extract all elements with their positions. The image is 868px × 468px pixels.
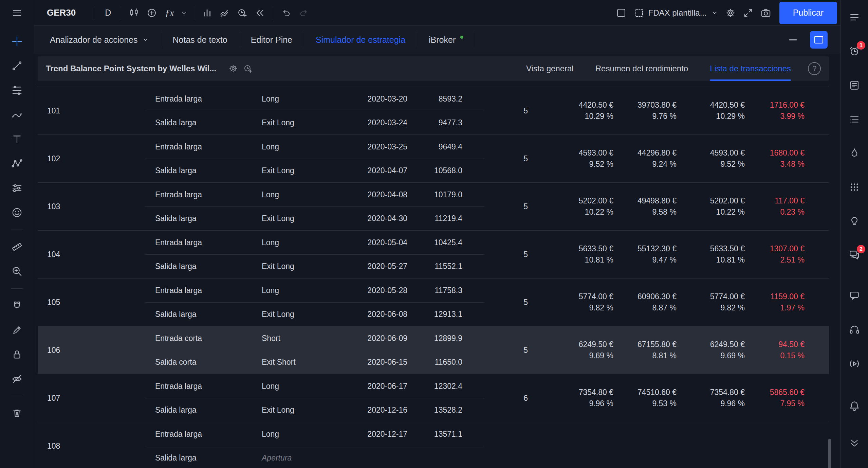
fib-tool-icon[interactable]: [10, 83, 24, 98]
row-divider: [145, 302, 484, 303]
symbol-button[interactable]: GER30: [47, 7, 76, 18]
strategy-alert-icon[interactable]: [241, 61, 256, 76]
trade-entry-date: 2020-03-25: [343, 135, 407, 159]
tab-pine-editor[interactable]: Editor Pine: [239, 26, 304, 54]
row-divider: [145, 206, 484, 207]
tab-label: Editor Pine: [251, 35, 292, 45]
strategy-tabs: Vista general Resumen del rendimiento Li…: [526, 56, 821, 81]
compare-symbols-button[interactable]: [216, 3, 234, 22]
drawing-mode-tool-icon[interactable]: [10, 323, 24, 338]
runup-value: 5202.00 €: [710, 195, 745, 206]
trade-row[interactable]: 101 Entrada larga Long 2020-03-20 8593.2…: [38, 87, 829, 135]
brush-tool-icon[interactable]: [10, 107, 24, 122]
tab-label: Resumen del rendimiento: [595, 64, 688, 73]
drawing-toolbar: [0, 0, 34, 468]
lock-drawings-icon[interactable]: [10, 347, 24, 362]
remove-drawings-icon[interactable]: [10, 406, 24, 421]
chart-type-button[interactable]: [125, 3, 143, 22]
alerts-icon[interactable]: 1: [847, 44, 862, 59]
tab-strategy-tester[interactable]: Simulador de estrategia: [304, 26, 417, 54]
settings-gear-icon[interactable]: [722, 3, 739, 22]
trade-entry-signal: Long: [262, 231, 343, 254]
interval-button[interactable]: D: [99, 3, 117, 22]
scrollbar-thumb[interactable]: [828, 439, 831, 468]
pattern-tool-icon[interactable]: [10, 156, 24, 171]
crosshair-tool-icon[interactable]: [10, 34, 24, 49]
news-icon[interactable]: [847, 78, 862, 93]
text-tool-icon[interactable]: [10, 132, 24, 147]
private-chat-icon[interactable]: 2: [847, 248, 862, 263]
notifications-bell-icon[interactable]: [847, 398, 862, 413]
trade-runup: 5202.00 € 10.22 %: [677, 183, 745, 230]
runup-percent: 9.52 %: [720, 159, 745, 170]
data-window-icon[interactable]: [847, 112, 862, 127]
profit-percent: 10.81 %: [585, 254, 613, 266]
undo-button[interactable]: [277, 3, 295, 22]
restore-panel-button[interactable]: [810, 31, 828, 49]
hotlists-icon[interactable]: [847, 146, 862, 161]
indicators-chevron-icon[interactable]: [178, 3, 190, 22]
measure-tool-icon[interactable]: [10, 239, 24, 254]
cumulative-value: 55132.30 €: [638, 243, 677, 254]
trade-entry-signal: Long: [262, 278, 343, 302]
trade-row[interactable]: 108 Entrada larga Long 2020-12-17 13571.…: [38, 422, 829, 468]
tab-text-notes[interactable]: Notas de texto: [161, 26, 239, 54]
zoom-tool-icon[interactable]: [10, 264, 24, 279]
streams-icon[interactable]: [847, 356, 862, 371]
calendar-icon[interactable]: [847, 180, 862, 195]
publish-button[interactable]: Publicar: [779, 2, 837, 24]
trade-row[interactable]: 105 Entrada larga Long 2020-05-28 11758.…: [38, 278, 829, 326]
drawdown-value: 1307.00 €: [770, 243, 805, 254]
public-chat-icon[interactable]: [847, 288, 862, 303]
replay-button[interactable]: [251, 3, 269, 22]
support-icon[interactable]: [847, 322, 862, 337]
tab-label: Notas de texto: [173, 35, 227, 45]
template-selector[interactable]: FDAX plantilla...: [630, 3, 722, 22]
drawdown-percent: 7.95 %: [780, 398, 805, 409]
alert-button[interactable]: [234, 3, 251, 22]
screenshot-camera-icon[interactable]: [757, 3, 775, 22]
compare-add-button[interactable]: [143, 3, 161, 22]
fullscreen-icon[interactable]: [739, 3, 757, 22]
magnet-tool-icon[interactable]: [10, 298, 24, 313]
minimize-panel-button[interactable]: [786, 33, 800, 47]
trade-exit-price: 11552.1: [407, 254, 462, 278]
layout-grid-icon[interactable]: [612, 3, 630, 22]
alerts-badge: 1: [857, 41, 865, 50]
trade-profit: [528, 422, 613, 468]
runup-value: 5633.50 €: [710, 243, 745, 254]
indicator-templates-button[interactable]: [198, 3, 216, 22]
trend-line-tool-icon[interactable]: [10, 58, 24, 73]
trade-exit-price: 11650.0: [407, 350, 462, 374]
trade-entry-price: 9649.4: [407, 135, 462, 159]
trade-row[interactable]: 106 Entrada corta Short 2020-06-09 12899…: [38, 326, 829, 374]
quick-scroll-icon[interactable]: [847, 436, 862, 451]
tab-performance-summary[interactable]: Resumen del rendimiento: [595, 56, 688, 81]
forecast-tool-icon[interactable]: [10, 181, 24, 196]
trade-row[interactable]: 102 Entrada larga Long 2020-03-25 9649.4…: [38, 135, 829, 183]
row-divider: [145, 398, 484, 398]
tab-trades-list[interactable]: Lista de transacciones: [710, 56, 791, 81]
drawdown-percent: 3.48 %: [780, 159, 805, 170]
trade-exit-price: 9477.3: [407, 111, 462, 134]
window-icon: [814, 36, 823, 43]
help-icon[interactable]: ?: [808, 62, 821, 75]
trade-row[interactable]: 104 Entrada larga Long 2020-05-04 10425.…: [38, 231, 829, 278]
trade-row[interactable]: 103 Entrada larga Long 2020-04-08 10179.…: [38, 183, 829, 231]
emoji-tool-icon[interactable]: [10, 205, 24, 220]
trade-cumulative-profit: 55132.30 € 9.47 %: [613, 231, 677, 278]
watchlist-icon[interactable]: [847, 10, 862, 25]
hide-drawings-icon[interactable]: [10, 372, 24, 386]
strategy-settings-gear-icon[interactable]: [226, 61, 241, 76]
trade-row[interactable]: 107 Entrada larga Long 2020-06-17 12302.…: [38, 374, 829, 422]
main-menu-icon[interactable]: [10, 5, 24, 20]
tab-ibroker[interactable]: iBroker: [417, 26, 475, 54]
minimize-icon: [789, 39, 797, 40]
redo-button[interactable]: [295, 3, 313, 22]
indicators-button[interactable]: ƒx: [161, 3, 178, 22]
profit-percent: 9.96 %: [589, 398, 613, 409]
ideas-icon[interactable]: [847, 214, 862, 229]
trade-runup: 5774.00 € 9.82 %: [677, 278, 745, 326]
tab-overview[interactable]: Vista general: [526, 56, 574, 81]
tab-stock-analyzer[interactable]: Analizador de acciones: [38, 26, 161, 54]
